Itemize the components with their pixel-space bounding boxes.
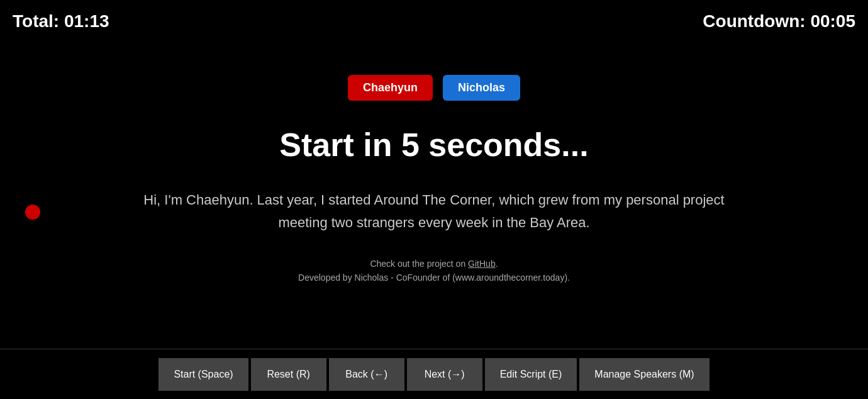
footer-line2: Developed by Nicholas - CoFounder of (ww… — [298, 273, 570, 283]
footer-line1-prefix: Check out the project on — [370, 259, 468, 269]
footer-line1-suffix: . — [496, 259, 498, 269]
bottom-toolbar: Start (Space) Reset (R) Back (←) Next (→… — [0, 349, 868, 399]
total-timer: Total: 01:13 — [13, 11, 109, 31]
footer-links: Check out the project on GitHub. Develop… — [298, 259, 570, 286]
back-button[interactable]: Back (←) — [329, 358, 404, 391]
speaker-badge-chaehyun[interactable]: Chaehyun — [348, 75, 433, 101]
reset-button[interactable]: Reset (R) — [251, 358, 326, 391]
main-content: Chaehyun Nicholas Start in 5 seconds... … — [0, 0, 868, 349]
script-text: Hi, I'm Chaehyun. Last year, I started A… — [120, 189, 748, 233]
edit-script-button[interactable]: Edit Script (E) — [485, 358, 577, 391]
manage-speakers-button[interactable]: Manage Speakers (M) — [579, 358, 709, 391]
recording-indicator — [25, 205, 40, 220]
countdown-text: Start in 5 seconds... — [279, 126, 588, 164]
speaker-badges: Chaehyun Nicholas — [348, 75, 520, 101]
next-button[interactable]: Next (→) — [407, 358, 482, 391]
footer-line1: Check out the project on GitHub. — [298, 259, 570, 269]
countdown-timer: Countdown: 00:05 — [703, 11, 855, 31]
github-link[interactable]: GitHub — [468, 259, 496, 269]
start-button[interactable]: Start (Space) — [159, 358, 248, 391]
speaker-badge-nicholas[interactable]: Nicholas — [443, 75, 520, 101]
